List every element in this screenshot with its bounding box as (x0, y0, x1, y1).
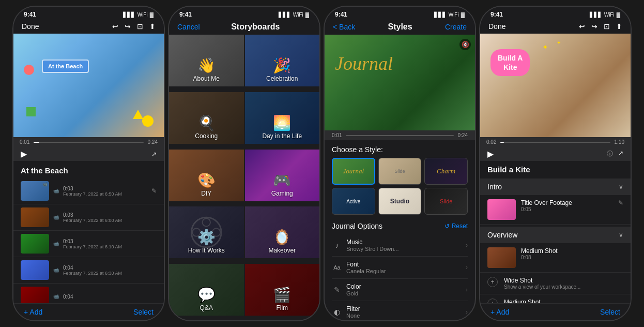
reset-button[interactable]: ↺ Reset (444, 222, 468, 230)
star-decoration-1: ✦ (542, 43, 548, 51)
time-start-3: 0:01 (332, 132, 342, 138)
choose-style-label: Choose a Style: (332, 145, 468, 154)
timeline-3[interactable] (346, 135, 453, 136)
clip-thumb-1-1 (21, 207, 49, 227)
storyboard-cooking[interactable]: 🍳 Cooking (169, 92, 244, 144)
style-slide[interactable]: Slide (378, 158, 422, 185)
overview-thumb-intro-0 (487, 199, 516, 220)
doodle-triangle (133, 110, 143, 119)
info-icon-4[interactable]: ⓘ (607, 150, 613, 158)
nav-icons-1: ↩ ↪ ⊡ ⬆ (112, 22, 156, 31)
clips-section-1: At the Beach 📹 📹 0:03 February 7, 2022 a… (13, 161, 164, 303)
status-bar-3: 9:41 ▋▋▋ WiFi ▓ (325, 7, 475, 20)
group-header-overview[interactable]: Overview ∨ (480, 227, 631, 243)
status-icons-1: ▋▋▋ WiFi ▓ (123, 12, 154, 18)
undo-icon-4[interactable]: ↩ (579, 22, 585, 31)
option-name-color: Color (346, 283, 462, 290)
select-button-4[interactable]: Select (600, 308, 620, 316)
back-button[interactable]: < Back (333, 23, 355, 31)
crop-icon-4[interactable]: ⊡ (604, 22, 610, 31)
status-bar-1: 9:41 ▋▋▋ WiFi ▓ (13, 7, 164, 20)
overview-item-ov-1[interactable]: + Wide Shot Show a view of your workspac… (480, 273, 631, 294)
battery-icon: ▓ (150, 12, 154, 18)
style-charm[interactable]: Charm (424, 158, 468, 185)
time-start-1: 0:01 (20, 139, 29, 145)
fullscreen-button-4[interactable]: ↗ (618, 150, 623, 158)
clip-duration-1-4: 0:04 (63, 294, 157, 300)
overview-item-intro-0[interactable]: Title Over Footage 0:05 ✎ (480, 195, 631, 225)
edit-icon-intro-0[interactable]: ✎ (618, 199, 623, 206)
kite-title-bubble: Build AKite (490, 49, 530, 76)
time-end-3: 0:24 (458, 132, 468, 138)
storyboard-film[interactable]: 🎬 Film (245, 264, 320, 316)
timeline-bar-4[interactable] (500, 142, 610, 143)
beach-title-card: At the Beach (42, 60, 89, 73)
style-journal[interactable]: Journal (332, 158, 375, 185)
style-active[interactable]: Active (332, 188, 375, 215)
video-controls-3: 0:01 0:24 (325, 130, 475, 140)
storyboards-title: Storyboards (231, 22, 280, 32)
clip-date-1-1: February 7, 2022 at 6:00 AM (63, 218, 157, 223)
style-studio[interactable]: Studio (378, 188, 422, 215)
status-bar-2: 9:41 ▋▋▋ WiFi ▓ (169, 7, 319, 20)
add-button-4[interactable]: + Add (490, 308, 509, 316)
clip-item-1-1[interactable]: 📹 0:03 February 7, 2022 at 6:00 AM (13, 204, 164, 231)
journal-style-text: Journal (343, 167, 364, 175)
option-name-filter: Filter (346, 305, 462, 313)
clip-item-1-3[interactable]: 📹 0:04 February 7, 2022 at 6:30 AM (13, 257, 164, 284)
qa-label: Q&A (200, 304, 213, 311)
redo-icon[interactable]: ↪ (125, 22, 131, 31)
edit-icon-1-0[interactable]: ✎ (151, 187, 157, 195)
kite-preview: Build AKite ✦ ✦ (480, 34, 631, 137)
play-button-1[interactable]: ▶ (21, 149, 27, 159)
nav-bar-2: Cancel Storyboards (169, 20, 319, 35)
storyboard-gaming[interactable]: 🎮 Gaming (245, 150, 320, 201)
done-button-1[interactable]: Done (22, 22, 39, 31)
mute-icon[interactable]: 🔇 (459, 39, 471, 50)
storyboard-qa[interactable]: 💬 Q&A (169, 264, 244, 316)
storyboard-how-it-works[interactable]: ⚙️ How It Works (169, 206, 244, 258)
storyboard-celebration[interactable]: 🎉 Celebration (245, 35, 320, 86)
cancel-button[interactable]: Cancel (177, 23, 200, 31)
create-button[interactable]: Create (445, 23, 467, 31)
share-icon-4[interactable]: ⬆ (616, 22, 622, 31)
option-filter[interactable]: ◐ Filter None › (332, 301, 468, 320)
share-icon[interactable]: ⬆ (149, 22, 156, 31)
option-color[interactable]: ✎ Color Gold › (332, 279, 468, 301)
signal-icon-3: ▋▋▋ (434, 12, 447, 18)
option-info-color: Color Gold (346, 283, 462, 296)
overview-item-ov-2[interactable]: + Medium Shot What makes this project sp… (480, 294, 631, 303)
option-value-filter: None (346, 313, 462, 319)
storyboard-about-me[interactable]: 👋 About Me (169, 35, 244, 86)
storyboard-makeover[interactable]: 🪞 Makeover (245, 206, 320, 258)
style-slide2[interactable]: Slide (424, 188, 468, 215)
storyboard-day-in-life[interactable]: 🌅 Day in the Life (245, 92, 320, 144)
redo-icon-4[interactable]: ↪ (591, 22, 597, 31)
qa-icon: 💬 (197, 286, 216, 303)
how-it-works-icon: ⚙️ (197, 229, 216, 246)
overview-item-ov-0[interactable]: Medium Shot 0:08 (480, 243, 631, 273)
option-music[interactable]: ♪ Music Snowy Stroll Down... › (332, 234, 468, 257)
select-button-1[interactable]: Select (133, 308, 154, 316)
play-button-4[interactable]: ▶ (487, 149, 494, 159)
intro-title: Intro (487, 183, 502, 191)
group-header-intro[interactable]: Intro ∨ (480, 179, 631, 195)
timeline-bar-1[interactable] (34, 142, 143, 143)
done-button-4[interactable]: Done (488, 22, 505, 31)
add-button-1[interactable]: + Add (24, 308, 42, 316)
clip-item-1-4[interactable]: 📹 0:04 (13, 284, 164, 303)
status-time-2: 9:41 (179, 11, 192, 18)
font-icon: Aa (332, 264, 342, 271)
clip-item-1-2[interactable]: 📹 0:03 February 7, 2022 at 6:10 AM (13, 231, 164, 257)
storyboard-diy[interactable]: 🎨 DIY (169, 150, 244, 201)
project-title-row: Build a Kite (480, 161, 631, 179)
wifi-icon-4: WiFi (604, 12, 615, 18)
clip-item-1-0[interactable]: 📹 📹 0:03 February 7, 2022 at 6:50 AM ✎ (13, 178, 164, 204)
crop-icon[interactable]: ⊡ (137, 22, 143, 31)
fullscreen-button-1[interactable]: ↗ (151, 151, 157, 158)
option-font[interactable]: Aa Font Canela Regular › (332, 257, 468, 279)
color-icon: ✎ (332, 286, 342, 294)
about-me-icon: 👋 (197, 57, 216, 74)
undo-icon[interactable]: ↩ (112, 22, 118, 31)
option-value-music: Snowy Stroll Down... (346, 246, 462, 252)
